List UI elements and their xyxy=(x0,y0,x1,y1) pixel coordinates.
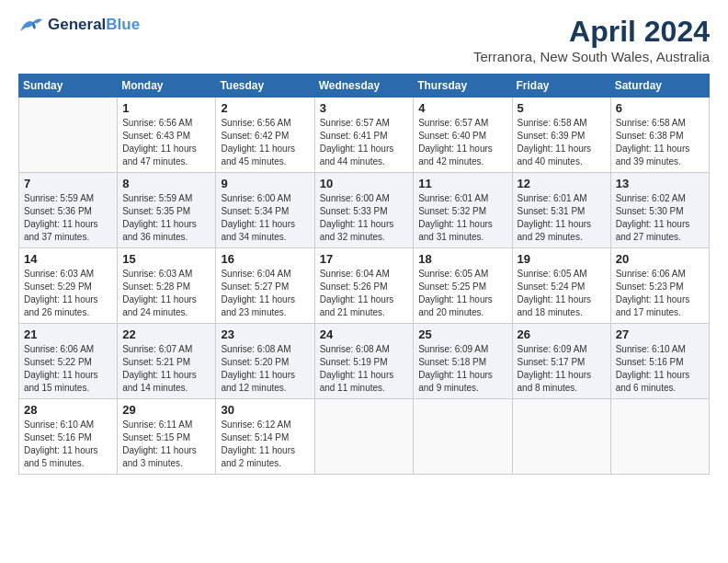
day-number: 18 xyxy=(418,252,506,266)
day-number: 10 xyxy=(320,177,409,190)
day-number: 5 xyxy=(518,101,606,115)
weekday-header-friday: Friday xyxy=(512,75,610,98)
day-info: Sunrise: 6:10 AM Sunset: 5:16 PM Dayligh… xyxy=(24,419,112,470)
day-number: 20 xyxy=(616,252,704,266)
day-info: Sunrise: 6:01 AM Sunset: 5:32 PM Dayligh… xyxy=(418,192,506,244)
calendar-cell: 6Sunrise: 6:58 AM Sunset: 6:38 PM Daylig… xyxy=(610,98,709,173)
day-info: Sunrise: 5:59 AM Sunset: 5:35 PM Dayligh… xyxy=(122,192,210,244)
day-number: 14 xyxy=(24,252,112,266)
day-number: 25 xyxy=(418,327,506,341)
day-info: Sunrise: 6:05 AM Sunset: 5:25 PM Dayligh… xyxy=(418,268,506,319)
calendar-header: SundayMondayTuesdayWednesdayThursdayFrid… xyxy=(19,75,710,98)
weekday-header-tuesday: Tuesday xyxy=(216,75,314,98)
day-info: Sunrise: 6:00 AM Sunset: 5:34 PM Dayligh… xyxy=(221,192,309,244)
day-number: 22 xyxy=(122,327,210,341)
day-info: Sunrise: 6:03 AM Sunset: 5:28 PM Dayligh… xyxy=(122,268,210,319)
calendar-cell: 17Sunrise: 6:04 AM Sunset: 5:26 PM Dayli… xyxy=(314,248,414,324)
day-info: Sunrise: 6:11 AM Sunset: 5:15 PM Dayligh… xyxy=(122,419,210,470)
calendar-cell: 2Sunrise: 6:56 AM Sunset: 6:42 PM Daylig… xyxy=(216,98,314,173)
day-number: 7 xyxy=(24,177,112,190)
calendar-cell: 4Sunrise: 6:57 AM Sunset: 6:40 PM Daylig… xyxy=(414,98,512,173)
calendar-cell: 26Sunrise: 6:09 AM Sunset: 5:17 PM Dayli… xyxy=(512,324,610,399)
header: GeneralBlue April 2024 Terranora, New So… xyxy=(18,15,710,64)
day-number: 13 xyxy=(616,177,704,190)
day-number: 17 xyxy=(320,252,409,266)
day-number: 23 xyxy=(221,327,309,341)
day-number: 9 xyxy=(221,177,309,190)
calendar-cell: 1Sunrise: 6:56 AM Sunset: 6:43 PM Daylig… xyxy=(118,98,216,173)
calendar-cell: 29Sunrise: 6:11 AM Sunset: 5:15 PM Dayli… xyxy=(118,399,216,475)
weekday-header-wednesday: Wednesday xyxy=(314,75,414,98)
calendar-week-row: 28Sunrise: 6:10 AM Sunset: 5:16 PM Dayli… xyxy=(19,399,710,475)
day-number: 30 xyxy=(221,403,309,417)
calendar-cell: 3Sunrise: 6:57 AM Sunset: 6:41 PM Daylig… xyxy=(314,98,414,173)
calendar-cell: 12Sunrise: 6:01 AM Sunset: 5:31 PM Dayli… xyxy=(512,173,610,248)
calendar-week-row: 14Sunrise: 6:03 AM Sunset: 5:29 PM Dayli… xyxy=(19,248,710,324)
calendar-cell: 11Sunrise: 6:01 AM Sunset: 5:32 PM Dayli… xyxy=(414,173,512,248)
day-info: Sunrise: 6:57 AM Sunset: 6:40 PM Dayligh… xyxy=(418,117,506,168)
day-info: Sunrise: 6:03 AM Sunset: 5:29 PM Dayligh… xyxy=(24,268,112,319)
day-number: 2 xyxy=(221,101,309,115)
day-info: Sunrise: 5:59 AM Sunset: 5:36 PM Dayligh… xyxy=(24,192,112,244)
logo-bird-icon xyxy=(18,15,44,35)
day-number: 8 xyxy=(122,177,210,190)
day-number: 21 xyxy=(24,327,112,341)
logo: GeneralBlue xyxy=(18,15,140,35)
calendar-cell: 30Sunrise: 6:12 AM Sunset: 5:14 PM Dayli… xyxy=(216,399,314,475)
weekday-header-saturday: Saturday xyxy=(610,75,709,98)
day-number: 3 xyxy=(320,101,409,115)
weekday-header-row: SundayMondayTuesdayWednesdayThursdayFrid… xyxy=(19,75,710,98)
day-number: 15 xyxy=(122,252,210,266)
calendar-week-row: 7Sunrise: 5:59 AM Sunset: 5:36 PM Daylig… xyxy=(19,173,710,248)
calendar-week-row: 1Sunrise: 6:56 AM Sunset: 6:43 PM Daylig… xyxy=(19,98,710,173)
day-number: 11 xyxy=(418,177,506,190)
calendar-cell xyxy=(314,399,414,475)
day-info: Sunrise: 6:57 AM Sunset: 6:41 PM Dayligh… xyxy=(320,117,409,168)
day-number: 27 xyxy=(616,327,704,341)
day-info: Sunrise: 6:00 AM Sunset: 5:33 PM Dayligh… xyxy=(320,192,409,244)
calendar-cell: 20Sunrise: 6:06 AM Sunset: 5:23 PM Dayli… xyxy=(610,248,709,324)
calendar-cell: 16Sunrise: 6:04 AM Sunset: 5:27 PM Dayli… xyxy=(216,248,314,324)
calendar-cell: 22Sunrise: 6:07 AM Sunset: 5:21 PM Dayli… xyxy=(118,324,216,399)
day-info: Sunrise: 6:09 AM Sunset: 5:17 PM Dayligh… xyxy=(518,343,606,395)
title-block: April 2024 Terranora, New South Wales, A… xyxy=(473,15,710,64)
day-info: Sunrise: 6:58 AM Sunset: 6:38 PM Dayligh… xyxy=(616,117,704,168)
day-number: 29 xyxy=(122,403,210,417)
weekday-header-sunday: Sunday xyxy=(19,75,118,98)
calendar-cell xyxy=(610,399,709,475)
calendar-week-row: 21Sunrise: 6:06 AM Sunset: 5:22 PM Dayli… xyxy=(19,324,710,399)
calendar-cell: 18Sunrise: 6:05 AM Sunset: 5:25 PM Dayli… xyxy=(414,248,512,324)
logo-text: GeneralBlue xyxy=(48,16,140,34)
calendar-cell: 5Sunrise: 6:58 AM Sunset: 6:39 PM Daylig… xyxy=(512,98,610,173)
day-info: Sunrise: 6:05 AM Sunset: 5:24 PM Dayligh… xyxy=(518,268,606,319)
calendar-cell: 7Sunrise: 5:59 AM Sunset: 5:36 PM Daylig… xyxy=(19,173,118,248)
day-info: Sunrise: 6:06 AM Sunset: 5:23 PM Dayligh… xyxy=(616,268,704,319)
location-title: Terranora, New South Wales, Australia xyxy=(473,49,710,64)
calendar-cell xyxy=(19,98,118,173)
calendar-cell: 8Sunrise: 5:59 AM Sunset: 5:35 PM Daylig… xyxy=(118,173,216,248)
day-info: Sunrise: 6:12 AM Sunset: 5:14 PM Dayligh… xyxy=(221,419,309,470)
day-info: Sunrise: 6:02 AM Sunset: 5:30 PM Dayligh… xyxy=(616,192,704,244)
calendar-cell: 14Sunrise: 6:03 AM Sunset: 5:29 PM Dayli… xyxy=(19,248,118,324)
page: GeneralBlue April 2024 Terranora, New So… xyxy=(0,0,728,563)
day-info: Sunrise: 6:58 AM Sunset: 6:39 PM Dayligh… xyxy=(518,117,606,168)
calendar-cell: 10Sunrise: 6:00 AM Sunset: 5:33 PM Dayli… xyxy=(314,173,414,248)
calendar-cell: 15Sunrise: 6:03 AM Sunset: 5:28 PM Dayli… xyxy=(118,248,216,324)
calendar-table: SundayMondayTuesdayWednesdayThursdayFrid… xyxy=(18,74,710,475)
calendar-cell: 28Sunrise: 6:10 AM Sunset: 5:16 PM Dayli… xyxy=(19,399,118,475)
calendar-cell: 13Sunrise: 6:02 AM Sunset: 5:30 PM Dayli… xyxy=(610,173,709,248)
day-number: 16 xyxy=(221,252,309,266)
day-number: 24 xyxy=(320,327,409,341)
day-info: Sunrise: 6:56 AM Sunset: 6:42 PM Dayligh… xyxy=(221,117,309,168)
day-info: Sunrise: 6:09 AM Sunset: 5:18 PM Dayligh… xyxy=(418,343,506,395)
calendar-cell: 24Sunrise: 6:08 AM Sunset: 5:19 PM Dayli… xyxy=(314,324,414,399)
calendar-cell: 19Sunrise: 6:05 AM Sunset: 5:24 PM Dayli… xyxy=(512,248,610,324)
day-info: Sunrise: 6:08 AM Sunset: 5:19 PM Dayligh… xyxy=(320,343,409,395)
day-number: 26 xyxy=(518,327,606,341)
day-number: 19 xyxy=(518,252,606,266)
month-title: April 2024 xyxy=(473,15,710,49)
calendar-cell: 9Sunrise: 6:00 AM Sunset: 5:34 PM Daylig… xyxy=(216,173,314,248)
day-info: Sunrise: 6:56 AM Sunset: 6:43 PM Dayligh… xyxy=(122,117,210,168)
calendar-cell: 23Sunrise: 6:08 AM Sunset: 5:20 PM Dayli… xyxy=(216,324,314,399)
day-info: Sunrise: 6:01 AM Sunset: 5:31 PM Dayligh… xyxy=(518,192,606,244)
